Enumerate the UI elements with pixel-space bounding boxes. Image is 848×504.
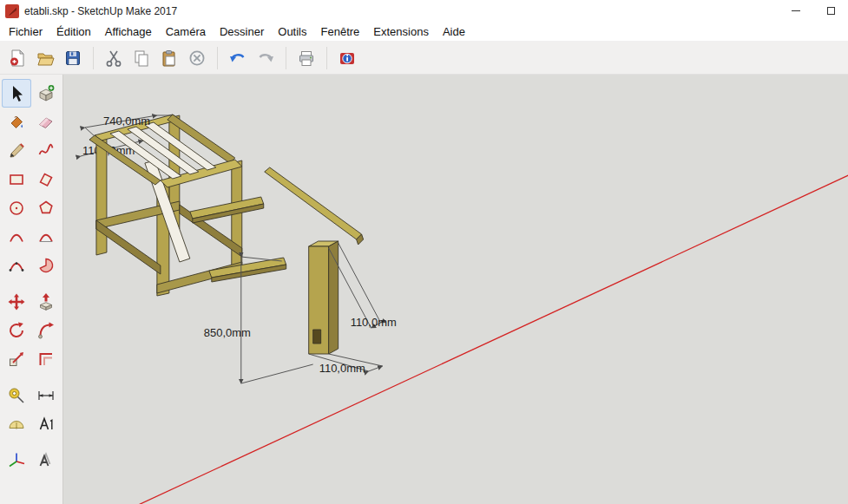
tool-polygon[interactable] [31,193,61,222]
tool-eraser[interactable] [31,108,61,136]
move-icon [7,292,26,311]
tool-move[interactable] [2,287,31,316]
line-pencil-icon [7,141,26,160]
select-icon [7,84,26,103]
main-area: 1100,0mm [0,75,848,504]
save-button[interactable] [60,45,86,71]
print-icon [297,49,316,68]
tool-3d-text[interactable] [31,446,61,475]
minimize-icon [792,10,800,11]
title-bar: etabli.skp - SketchUp Make 2017 [0,0,848,22]
tool-offset[interactable] [31,344,61,373]
tool-select[interactable] [2,79,31,108]
axes-icon [7,451,26,470]
menu-camera[interactable]: Caméra [159,23,213,40]
menu-extensions[interactable]: Extensions [366,23,436,40]
tool-follow-me[interactable] [31,316,61,344]
redo-icon [256,49,275,68]
model-info-button[interactable] [334,45,360,71]
paste-button[interactable] [156,45,182,71]
tool-circle[interactable] [2,193,31,222]
dimension-leg-front-label[interactable]: 110,0mm [319,362,365,375]
palette-group-gap [2,373,61,381]
dimensions-icon [36,386,56,405]
tool-arc[interactable] [2,222,31,251]
tool-text[interactable] [31,409,61,438]
print-button[interactable] [293,45,319,71]
tool-three-point-arc[interactable] [2,251,31,279]
polygon-icon [36,199,56,218]
copy-button[interactable] [128,45,154,71]
offset-icon [36,350,56,369]
tool-protractor[interactable] [2,409,31,438]
cut-icon [104,49,123,68]
tool-tape-measure[interactable] [2,381,31,409]
window-title: etabli.skp - SketchUp Make 2017 [24,5,177,17]
dimension-height-label[interactable]: 850,0mm [204,326,251,339]
protractor-icon [7,415,26,434]
open-button[interactable] [32,45,58,71]
text-icon [36,415,56,434]
undo-button[interactable] [225,45,251,71]
menu-fenetre[interactable]: Fenêtre [314,23,367,40]
maximize-icon [827,7,835,15]
cut-button[interactable] [101,45,127,71]
3d-text-icon [36,451,56,470]
arc-icon [7,227,26,246]
menu-edition[interactable]: Édition [49,23,98,40]
tool-rectangle[interactable] [2,165,31,193]
tool-dimensions[interactable] [31,381,61,409]
paint-bucket-icon [7,113,26,132]
three-point-arc-icon [7,256,26,275]
save-icon [63,49,82,68]
menu-affichage[interactable]: Affichage [98,23,159,40]
tool-scale[interactable] [2,344,31,373]
palette-group-gap [2,438,61,446]
redo-button[interactable] [253,45,279,71]
tape-measure-icon [7,386,26,405]
standard-toolbar [0,42,848,75]
window-controls [779,0,848,22]
tool-freehand[interactable] [31,136,61,165]
copy-icon [132,49,151,68]
dimension-leg-side-label[interactable]: 110,0mm [351,316,397,329]
menu-dessiner[interactable]: Dessiner [213,23,271,40]
paste-icon [160,49,179,68]
dimension-top-width-label[interactable]: 740,0mm [103,115,150,128]
delete-button[interactable] [184,45,210,71]
tool-paint-bucket[interactable] [2,108,31,136]
minimize-button[interactable] [779,0,813,22]
tool-push-pull[interactable] [31,287,61,316]
rectangle-icon [7,170,26,189]
tool-axes[interactable] [2,446,31,475]
menu-fichier[interactable]: Fichier [2,23,49,40]
delete-icon [187,49,207,68]
toolbar-separator [93,47,94,69]
scale-icon [7,350,26,369]
menu-bar: Fichier Édition Affichage Caméra Dessine… [0,22,848,42]
follow-me-icon [36,321,56,340]
new-document-icon [8,49,27,68]
tool-palette [0,75,62,504]
toolbar-separator [326,47,327,69]
eraser-icon [36,113,56,132]
tool-rotated-rectangle[interactable] [31,165,61,193]
tool-two-point-arc[interactable] [31,222,61,251]
pie-icon [36,256,56,275]
tool-line[interactable] [2,136,31,165]
drawing-canvas[interactable]: 1100,0mm [62,75,848,504]
rotate-icon [7,321,26,340]
push-pull-icon [36,292,56,311]
new-document-button[interactable] [4,45,30,71]
toolbar-separator [217,47,218,69]
tool-rotate[interactable] [2,316,31,344]
menu-outils[interactable]: Outils [271,23,313,40]
make-component-icon [36,84,56,103]
menu-aide[interactable]: Aide [436,23,472,40]
toolbar-separator [286,47,286,69]
open-folder-icon [36,49,55,68]
tool-pie[interactable] [31,251,61,279]
tool-make-component[interactable] [31,79,61,108]
maximize-button[interactable] [813,0,848,22]
rotated-rectangle-icon [36,170,56,189]
